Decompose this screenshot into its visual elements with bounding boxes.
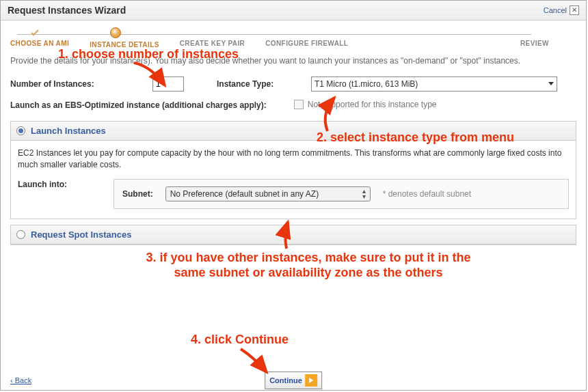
continue-label: Continue (269, 376, 302, 384)
launch-into-row: Launch into: Subnet: No Preference (defa… (18, 179, 569, 209)
footer: ‹ Back Continue (1, 376, 586, 384)
step-label: INSTANCE DETAILS (90, 41, 159, 48)
wizard-dialog: Request Instances Wizard Cancel ✕ CHOOSE… (0, 0, 587, 391)
continue-arrow-icon (305, 374, 317, 387)
annotation-4: 4. click Continue (191, 333, 289, 347)
launch-instances-panel: Launch Instances EC2 Instances let you p… (10, 121, 576, 220)
subnet-label: Subnet: (122, 188, 153, 200)
subnet-box: Subnet: No Preference (default subnet in… (113, 179, 569, 209)
launch-instances-body: EC2 Instances let you pay for compute ca… (11, 141, 576, 219)
default-subnet-note: * denotes default subnet (383, 188, 471, 200)
cancel-label: Cancel (544, 6, 567, 14)
launch-instances-radio[interactable] (16, 126, 25, 135)
wizard-steps: CHOOSE AN AMI INSTANCE DETAILS CREATE KE… (1, 20, 586, 51)
step-instance-details[interactable]: INSTANCE DETAILS (90, 29, 159, 48)
step-label: CONFIGURE FIREWALL (265, 40, 348, 47)
active-step-icon (110, 27, 121, 38)
spot-instances-title: Request Spot Instances (31, 229, 131, 240)
dialog-title: Request Instances Wizard (8, 5, 126, 16)
updown-icon: ▴▾ (362, 188, 366, 199)
annotation-3b: same subnet or availability zone as the … (69, 266, 548, 280)
instance-type-select[interactable]: T1 Micro (t1.micro, 613 MiB) (311, 76, 557, 92)
cancel-link[interactable]: Cancel ✕ (544, 5, 579, 15)
dropdown-caret-icon (548, 82, 554, 85)
dialog-header: Request Instances Wizard Cancel ✕ (1, 1, 586, 20)
ebs-note: Not supported for this instance type (308, 100, 437, 109)
launch-desc: EC2 Instances let you pay for compute ca… (18, 148, 569, 171)
ebs-checkbox[interactable] (294, 100, 304, 109)
num-instances-label: Number of Instances: (10, 79, 147, 89)
launch-instances-header[interactable]: Launch Instances (11, 122, 576, 141)
step-label: REVIEW (520, 40, 549, 47)
step-choose-ami[interactable]: CHOOSE AN AMI (10, 29, 69, 48)
continue-button[interactable]: Continue (265, 372, 322, 389)
step-create-key-pair[interactable]: CREATE KEY PAIR (180, 29, 245, 48)
step-label: CHOOSE AN AMI (10, 40, 69, 47)
launch-into-label: Launch into: (18, 179, 93, 191)
num-instances-input[interactable] (152, 76, 184, 92)
subnet-value: No Preference (default subnet in any AZ) (170, 188, 319, 200)
instance-type-value: T1 Micro (t1.micro, 613 MiB) (315, 79, 418, 89)
launch-instances-title: Launch Instances (31, 126, 106, 136)
instance-config-row: Number of Instances: Instance Type: T1 M… (10, 72, 576, 96)
ebs-row: Launch as an EBS-Optimized instance (add… (10, 96, 576, 118)
back-link[interactable]: ‹ Back (10, 376, 31, 384)
close-icon[interactable]: ✕ (570, 5, 579, 15)
ebs-label: Launch as an EBS-Optimized instance (add… (10, 100, 267, 111)
content-area: Provide the details for your instance(s)… (1, 51, 586, 256)
checkmark-icon (31, 29, 39, 37)
instance-type-label: Instance Type: (217, 79, 306, 89)
step-label: CREATE KEY PAIR (180, 40, 245, 47)
step-configure-firewall[interactable]: CONFIGURE FIREWALL (265, 29, 348, 48)
spot-instances-panel: Request Spot Instances (10, 225, 576, 245)
spot-instances-radio[interactable] (16, 230, 25, 239)
subnet-select[interactable]: No Preference (default subnet in any AZ)… (165, 186, 371, 201)
spot-instances-header[interactable]: Request Spot Instances (11, 225, 576, 244)
intro-text: Provide the details for your instance(s)… (10, 53, 576, 72)
step-review[interactable]: REVIEW (520, 29, 549, 48)
